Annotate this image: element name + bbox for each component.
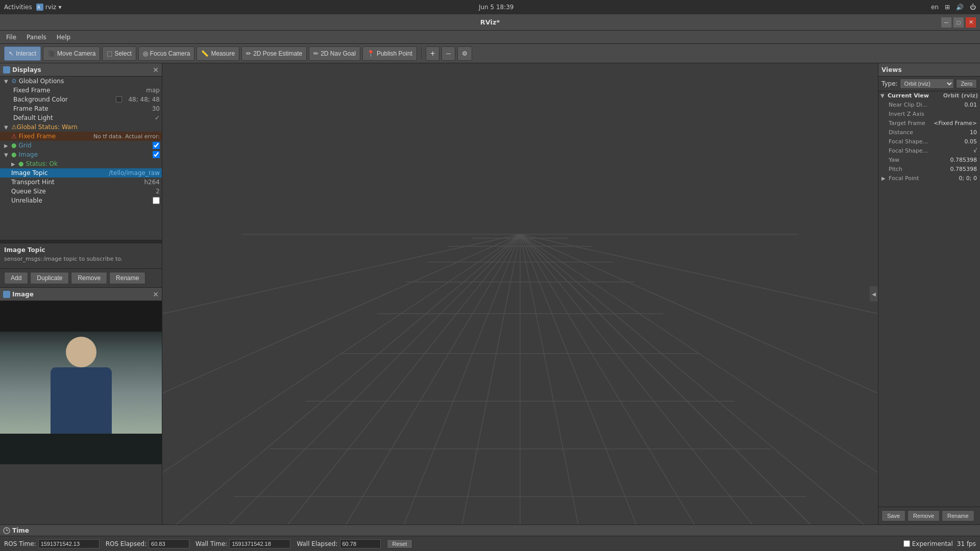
time-reset-button[interactable]: Reset xyxy=(387,539,413,548)
transport-hint-item[interactable]: Transport Hint h264 xyxy=(0,178,162,187)
main-content: Displays ✕ ▼ ⚙ Global Options Fixed Fram… xyxy=(0,63,980,524)
wall-time-input[interactable] xyxy=(229,539,290,548)
fixed-frame-error-icon: ⚠ xyxy=(11,133,17,140)
interact-icon: ↖ xyxy=(9,50,14,57)
duplicate-button[interactable]: Duplicate xyxy=(30,272,69,284)
tooltip-area: Image Topic sensor_msgs::Image topic to … xyxy=(0,243,162,268)
time-row: ROS Time: ROS Elapsed: Wall Time: Wall E… xyxy=(0,536,980,551)
3d-viewport[interactable]: ◀ xyxy=(162,63,878,524)
global-status-warn-icon: ⚠ xyxy=(11,123,17,131)
select-button[interactable]: ⬚ Select xyxy=(102,46,136,61)
app-title: RViz* xyxy=(480,18,500,26)
menu-panels[interactable]: Panels xyxy=(22,33,51,42)
image-face-area xyxy=(0,332,162,434)
background-color-item[interactable]: Background Color 48; 48; 48 xyxy=(0,95,162,104)
viewport-container: ◀ xyxy=(162,63,878,524)
nav-goal-icon: ✏ xyxy=(313,50,318,57)
yaw-item: Yaw 0.785398 xyxy=(878,155,980,164)
ros-elapsed-input[interactable] xyxy=(149,539,189,548)
system-bar-left: Activities R rviz ▾ xyxy=(4,4,61,11)
views-remove-button[interactable]: Remove xyxy=(908,510,940,521)
viewport-collapse-handle[interactable]: ◀ xyxy=(870,286,878,302)
tooltip-desc: sensor_msgs::Image topic to subscribe to… xyxy=(4,256,158,262)
toolbar: ↖ Interact 🎥 Move Camera ⬚ Select ◎ Focu… xyxy=(0,44,980,63)
close-button[interactable]: ✕ xyxy=(966,17,976,28)
menu-file[interactable]: File xyxy=(2,33,20,42)
views-save-button[interactable]: Save xyxy=(881,510,905,521)
ros-time-input[interactable] xyxy=(38,539,100,548)
toolbar-settings-button[interactable]: ⚙ xyxy=(457,46,472,61)
time-right: Experimental 31 fps xyxy=(903,540,976,547)
remove-button[interactable]: Remove xyxy=(71,272,107,284)
locale-indicator[interactable]: en xyxy=(931,4,939,11)
grid-arrow: ▶ xyxy=(4,143,11,148)
experimental-checkbox[interactable] xyxy=(903,540,910,547)
add-button[interactable]: Add xyxy=(4,272,28,284)
title-bar-controls[interactable]: ─ □ ✕ xyxy=(941,17,976,28)
focal-shape2-item: Focal Shape... √ xyxy=(878,146,980,155)
image-panel-close[interactable]: ✕ xyxy=(153,290,159,298)
displays-tree-view[interactable]: ▼ ⚙ Global Options Fixed Frame map Backg… xyxy=(0,77,162,240)
grid-ok-icon: ● xyxy=(11,142,16,149)
views-rename-button[interactable]: Rename xyxy=(942,510,974,521)
queue-size-item[interactable]: Queue Size 2 xyxy=(0,187,162,196)
pose-estimate-button[interactable]: ✏ 2D Pose Estimate xyxy=(241,46,307,61)
grid-item[interactable]: ▶ ● Grid xyxy=(0,141,162,150)
views-panel-header: Views xyxy=(878,63,980,77)
experimental-checkbox-label: Experimental xyxy=(903,540,953,547)
views-panel-title: Views xyxy=(881,66,902,73)
image-topic-item[interactable]: Image Topic /tello/image_raw xyxy=(0,168,162,178)
status-ok-arrow: ▶ xyxy=(11,161,18,167)
frame-rate-item[interactable]: Frame Rate 30 xyxy=(0,104,162,113)
grid-checkbox[interactable] xyxy=(153,142,160,149)
nav-goal-button[interactable]: ✏ 2D Nav Goal xyxy=(309,46,360,61)
fixed-frame-warn-item[interactable]: ⚠ Fixed Frame No tf data. Actual error: xyxy=(0,132,162,141)
invert-z-item: Invert Z Axis xyxy=(878,109,980,118)
views-tree: ▼ Current View Orbit (rviz) Near Clip Di… xyxy=(878,91,980,507)
displays-panel-close[interactable]: ✕ xyxy=(153,66,159,74)
volume-icon: 🔊 xyxy=(956,4,964,11)
pose-estimate-icon: ✏ xyxy=(246,50,251,57)
views-type-select[interactable]: Orbit (rviz) xyxy=(900,79,954,89)
bottom-panel: Time ROS Time: ROS Elapsed: Wall Time: W… xyxy=(0,524,980,551)
measure-button[interactable]: 📏 Measure xyxy=(197,46,239,61)
toolbar-plus-button[interactable]: + xyxy=(426,46,439,61)
minimize-button[interactable]: ─ xyxy=(941,17,951,28)
fixed-frame-item[interactable]: Fixed Frame map xyxy=(0,86,162,95)
unreliable-checkbox[interactable] xyxy=(153,197,160,204)
focal-point-arrow: ▶ xyxy=(881,176,889,181)
image-checkbox[interactable] xyxy=(153,151,160,158)
focal-point-item[interactable]: ▶ Focal Point 0; 0; 0 xyxy=(878,173,980,183)
distance-item: Distance 10 xyxy=(878,128,980,137)
default-light-item[interactable]: Default Light ✓ xyxy=(0,113,162,122)
views-type-row: Type: Orbit (rviz) Zero xyxy=(878,77,980,91)
publish-point-button[interactable]: 📍 Publish Point xyxy=(362,46,417,61)
focus-camera-button[interactable]: ◎ Focus Camera xyxy=(138,46,195,61)
current-view-section[interactable]: ▼ Current View Orbit (rviz) xyxy=(878,91,980,100)
maximize-button[interactable]: □ xyxy=(953,17,964,28)
toolbar-minus-button[interactable]: ─ xyxy=(442,46,455,61)
app-indicator: R rviz ▾ xyxy=(36,4,62,11)
wall-time-field: Wall Time: xyxy=(195,539,290,548)
image-top-area xyxy=(0,301,162,332)
left-panel: Displays ✕ ▼ ⚙ Global Options Fixed Fram… xyxy=(0,63,162,524)
image-ok-icon: ● xyxy=(11,151,16,158)
title-bar: RViz* ─ □ ✕ xyxy=(0,14,980,31)
unreliable-item[interactable]: Unreliable xyxy=(0,196,162,205)
activities-label[interactable]: Activities xyxy=(4,4,32,11)
views-zero-button[interactable]: Zero xyxy=(956,79,977,88)
near-clip-item: Near Clip Di... 0.01 xyxy=(878,100,980,109)
image-item[interactable]: ▼ ● Image xyxy=(0,150,162,159)
menu-bar: File Panels Help xyxy=(0,31,980,44)
tooltip-title: Image Topic xyxy=(4,246,158,254)
global-status-item[interactable]: ▼ ⚠ Global Status: Warn xyxy=(0,122,162,132)
rename-button[interactable]: Rename xyxy=(109,272,145,284)
current-view-arrow: ▼ xyxy=(880,93,888,98)
global-options-icon: ⚙ xyxy=(11,78,17,85)
displays-icon xyxy=(3,66,10,73)
menu-help[interactable]: Help xyxy=(53,33,75,42)
wall-elapsed-input[interactable] xyxy=(340,539,381,548)
interact-button[interactable]: ↖ Interact xyxy=(4,46,41,61)
global-options-item[interactable]: ▼ ⚙ Global Options xyxy=(0,77,162,86)
move-camera-button[interactable]: 🎥 Move Camera xyxy=(43,46,100,61)
